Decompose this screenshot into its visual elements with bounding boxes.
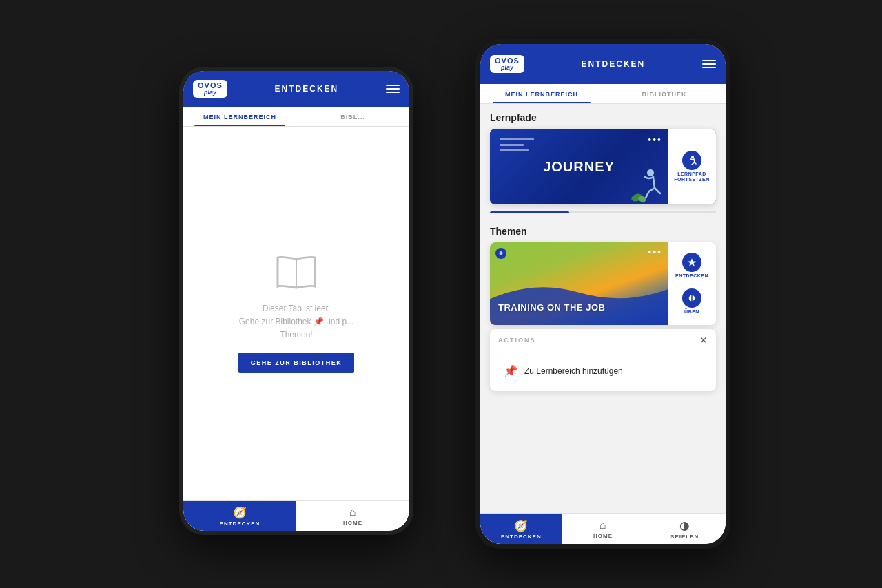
deco-line-1 — [500, 138, 534, 140]
journey-person-icon — [630, 167, 661, 203]
compass-icon-back: 🧭 — [233, 506, 247, 519]
lernpfade-title: Lernpfade — [480, 104, 726, 129]
training-card: + ••• TRAINING ON THE JOB E — [490, 242, 716, 325]
svg-point-4 — [691, 156, 694, 158]
training-card-title: TRAINING ON THE JOB — [498, 302, 605, 313]
front-nav-home[interactable]: ⌂ HOME — [562, 514, 644, 544]
back-tab-bibliothek[interactable]: BIBL... — [296, 107, 409, 126]
front-nav-label-spielen: SPIELEN — [670, 534, 699, 540]
back-screen-content: Dieser Tab ist leer. Gehe zur Bibliothek… — [183, 127, 409, 500]
journey-card-actions: LERNPFADFORTSETZEN — [668, 129, 716, 204]
pin-icon: 📌 — [504, 364, 517, 377]
journey-dots[interactable]: ••• — [648, 134, 662, 145]
plus-badge: + — [495, 248, 506, 259]
journey-label: JOURNEY — [543, 159, 615, 175]
back-nav-label-home: HOME — [343, 520, 362, 526]
phone-back-screen: OVOS play ENTDECKEN MEIN LERNBEREICH BIB… — [183, 71, 409, 531]
ueben-button[interactable]: ÜBEN — [682, 288, 701, 315]
actions-content: 📌 Zu Lernbereich hinzufügen — [490, 350, 716, 391]
empty-line1: Dieser Tab ist leer. — [263, 304, 331, 313]
actions-popup-header: ACTIONS ✕ — [490, 329, 716, 350]
front-logo: OVOS play — [490, 55, 524, 73]
front-nav-spielen[interactable]: ◑ SPIELEN — [644, 514, 726, 544]
actions-divider — [679, 284, 704, 284]
home-icon-front: ⌂ — [599, 519, 607, 532]
actions-header-label: ACTIONS — [498, 337, 536, 344]
journey-progress-fill — [490, 211, 569, 213]
ueben-label: ÜBEN — [684, 309, 699, 315]
front-nav-label-home: HOME — [593, 533, 613, 539]
front-screen-content: Lernpfade ••• JOURNEY — [480, 104, 726, 513]
empty-line4: Themen! — [280, 330, 312, 339]
phone-front-screen: OVOS play ENTDECKEN MEIN LERNBEREICH BIB… — [480, 44, 726, 544]
book-icon — [272, 253, 320, 291]
journey-lines-decoration — [500, 138, 534, 155]
training-bg: + ••• TRAINING ON THE JOB — [490, 242, 668, 325]
spielen-icon-front: ◑ — [679, 519, 690, 532]
front-tab-bibliothek[interactable]: BIBLIOTHEK — [603, 84, 726, 103]
front-nav-entdecken[interactable]: 🧭 ENTDECKEN — [480, 514, 562, 544]
front-app-header: OVOS play ENTDECKEN — [480, 44, 726, 84]
back-tab-bar: MEIN LERNBEREICH BIBL... — [183, 107, 409, 127]
ueben-icon — [682, 288, 701, 308]
back-bottom-nav: 🧭 ENTDECKEN ⌂ HOME — [183, 500, 409, 531]
journey-progress-bar — [490, 211, 716, 213]
empty-line2: Gehe zur Bibliothek — [239, 317, 311, 326]
actions-popup: ACTIONS ✕ 📌 Zu Lernbereich hinzufügen — [490, 329, 716, 391]
compass-icon-front: 🧭 — [514, 519, 529, 532]
svg-point-1 — [647, 169, 654, 176]
entdecken-button[interactable]: ENTDECKEN — [675, 253, 708, 279]
front-logo-play: play — [501, 65, 513, 71]
back-logo: OVOS play — [193, 80, 227, 98]
journey-card: ••• JOURNEY — [490, 129, 716, 204]
training-dots[interactable]: ••• — [648, 246, 662, 258]
journey-card-image: ••• JOURNEY — [490, 129, 668, 204]
lernpfad-fortsetzen-button[interactable]: LERNPFADFORTSETZEN — [674, 151, 710, 183]
themen-title: Themen — [480, 218, 726, 242]
front-hamburger-icon[interactable] — [702, 60, 716, 68]
scene: OVOS play ENTDECKEN MEIN LERNBEREICH BIB… — [110, 25, 772, 563]
front-tab-lernbereich[interactable]: MEIN LERNBEREICH — [480, 84, 603, 103]
add-lernbereich-text: Zu Lernbereich hinzufügen — [524, 366, 623, 376]
entdecken-label: ENTDECKEN — [675, 273, 708, 279]
logo-play-text: play — [204, 90, 216, 96]
home-icon-back: ⌂ — [349, 506, 357, 518]
back-header-title: ENTDECKEN — [275, 84, 339, 94]
actions-item-divider — [637, 359, 637, 383]
front-bottom-nav: 🧭 ENTDECKEN ⌂ HOME ◑ SPIELEN — [480, 513, 726, 544]
lernpfad-fortsetzen-label: LERNPFADFORTSETZEN — [674, 171, 710, 183]
add-to-lernbereich-button[interactable]: 📌 Zu Lernbereich hinzufügen — [498, 359, 628, 383]
back-app-header: OVOS play ENTDECKEN — [183, 71, 409, 107]
empty-text: Dieser Tab ist leer. Gehe zur Bibliothek… — [239, 302, 353, 342]
front-tab-bar: MEIN LERNBEREICH BIBLIOTHEK — [480, 84, 726, 104]
entdecken-icon — [682, 253, 701, 272]
goto-library-button[interactable]: GEHE ZUR BIBLIOTHEK — [238, 353, 355, 373]
training-card-actions: ENTDECKEN — [668, 242, 716, 325]
back-hamburger-icon[interactable] — [386, 85, 400, 93]
pin-inline: 📌 — [314, 317, 326, 326]
lernpfad-icon — [682, 151, 701, 170]
deco-line-2 — [500, 144, 524, 146]
front-nav-label-entdecken: ENTDECKEN — [501, 534, 542, 540]
actions-close-button[interactable]: ✕ — [699, 335, 708, 346]
training-card-image: + ••• TRAINING ON THE JOB — [490, 242, 668, 325]
phone-front: OVOS play ENTDECKEN MEIN LERNBEREICH BIB… — [475, 39, 730, 549]
back-nav-home[interactable]: ⌂ HOME — [296, 501, 409, 531]
deco-line-3 — [500, 149, 529, 151]
front-header-title: ENTDECKEN — [582, 59, 646, 69]
back-tab-lernbereich[interactable]: MEIN LERNBEREICH — [183, 107, 296, 126]
phone-back: OVOS play ENTDECKEN MEIN LERNBEREICH BIB… — [179, 67, 413, 535]
back-nav-label-entdecken: ENTDECKEN — [220, 521, 260, 527]
empty-state: Dieser Tab ist leer. Gehe zur Bibliothek… — [183, 127, 409, 500]
back-nav-entdecken[interactable]: 🧭 ENTDECKEN — [183, 501, 296, 531]
